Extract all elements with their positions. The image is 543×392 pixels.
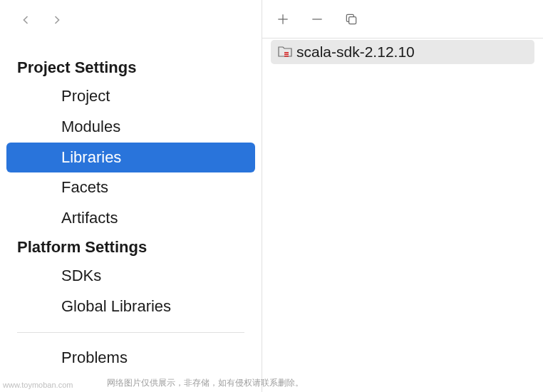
main-panel: scala-sdk-2.12.10 <box>262 0 543 392</box>
library-item-scala-sdk[interactable]: scala-sdk-2.12.10 <box>271 40 534 64</box>
svg-rect-4 <box>284 52 289 53</box>
section-header-platform-settings: Platform Settings <box>0 234 262 261</box>
forward-arrow-icon[interactable] <box>48 11 66 29</box>
library-item-label: scala-sdk-2.12.10 <box>296 43 415 61</box>
copy-button[interactable] <box>343 11 359 27</box>
sidebar-item-libraries[interactable]: Libraries <box>6 143 255 173</box>
sidebar-item-artifacts[interactable]: Artifacts <box>0 203 262 234</box>
watermark-text: www.toymoban.com <box>3 381 73 389</box>
scala-folder-icon <box>278 43 292 61</box>
watermark-cn-text: 网络图片仅供展示，非存储，如有侵权请联系删除。 <box>107 377 304 389</box>
settings-sidebar: Project Settings Project Modules Librari… <box>0 0 262 392</box>
sidebar-nav <box>0 0 262 40</box>
svg-rect-5 <box>284 54 289 56</box>
back-arrow-icon[interactable] <box>17 11 34 29</box>
sidebar-divider <box>17 332 244 333</box>
library-list: scala-sdk-2.12.10 <box>262 38 543 66</box>
sidebar-item-facets[interactable]: Facets <box>0 172 262 203</box>
sidebar-item-global-libraries[interactable]: Global Libraries <box>0 292 262 322</box>
libraries-toolbar <box>262 0 543 38</box>
sidebar-item-project[interactable]: Project <box>0 81 262 112</box>
sidebar-item-sdks[interactable]: SDKs <box>0 261 262 292</box>
svg-rect-3 <box>349 16 356 24</box>
svg-rect-6 <box>284 56 289 57</box>
sidebar-content: Project Settings Project Modules Librari… <box>0 40 262 373</box>
add-button[interactable] <box>275 11 291 27</box>
remove-button[interactable] <box>309 11 325 27</box>
sidebar-item-problems[interactable]: Problems <box>0 343 262 373</box>
section-header-project-settings: Project Settings <box>0 54 262 81</box>
sidebar-item-modules[interactable]: Modules <box>0 112 262 143</box>
